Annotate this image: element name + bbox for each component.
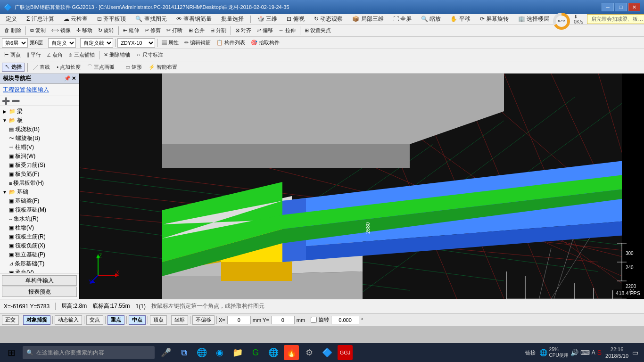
extend-button[interactable]: ⇤ 延伸	[121, 26, 141, 34]
panel-pin-icon[interactable]: 📌	[64, 75, 71, 82]
menu-rebar[interactable]: 👁 查看钢筋量	[173, 14, 215, 24]
menu-top[interactable]: ⊡ 俯视	[283, 14, 308, 24]
tree-item[interactable]: ▣独立基础(P)	[0, 250, 79, 259]
app4-icon[interactable]: ⚙	[302, 345, 317, 360]
menu-floor[interactable]: 🏢 选择楼层	[514, 14, 553, 24]
align-button[interactable]: ⊠ 对齐	[233, 26, 254, 34]
ggj-icon[interactable]: GGJ	[338, 345, 353, 360]
merge-button[interactable]: ⊞ 合并	[186, 26, 207, 34]
dynamic-input-button[interactable]: 动态输入	[55, 315, 82, 325]
type-select[interactable]: 自定义	[48, 38, 76, 48]
browser-icon[interactable]: 🌐	[194, 345, 209, 360]
mirror-button[interactable]: ⟺ 镜像	[49, 26, 73, 34]
app2-icon[interactable]: 🌐	[266, 345, 281, 360]
code-select[interactable]: ZDYX-10	[117, 38, 155, 48]
trim-button[interactable]: ✂ 修剪	[142, 26, 163, 34]
tree-item[interactable]: ⌣集水坑(R)	[0, 214, 79, 223]
menu-3d[interactable]: 🎲 三维	[254, 14, 281, 24]
app5-icon[interactable]: 🔷	[320, 345, 335, 360]
keyboard-icon[interactable]: ⌨	[580, 349, 590, 356]
tree-item[interactable]: ▣板受力筋(S)	[0, 161, 79, 170]
menu-cloud[interactable]: ☁ 云检查	[60, 14, 91, 24]
split-button[interactable]: ⊟ 分割	[208, 26, 229, 34]
microphone-icon[interactable]: 🎤	[158, 345, 173, 360]
edge-icon[interactable]: ◉	[212, 345, 227, 360]
add-icon[interactable]: ➕	[2, 97, 10, 105]
rect-button[interactable]: ▭ 矩形	[123, 63, 144, 71]
app3-icon[interactable]: 🔥	[284, 345, 299, 360]
task-view-icon[interactable]: ⧉	[176, 345, 191, 360]
menu-local3d[interactable]: 📦 局部三维	[348, 14, 387, 24]
menu-fullscreen[interactable]: ⛶ 全屏	[389, 14, 415, 24]
report-preview-button[interactable]: 报表预览	[2, 287, 77, 297]
copy-button[interactable]: ⧉ 复制	[28, 26, 48, 34]
tree-item[interactable]: ≡楼层板带(H)	[0, 179, 79, 188]
menu-pan[interactable]: ✋ 平移	[446, 14, 474, 24]
antivirus-icon[interactable]: S	[597, 349, 602, 356]
viewport[interactable]: 2680 300 240 3400 2200 A1	[79, 74, 644, 299]
minus-icon[interactable]: ➖	[12, 97, 20, 105]
line-button[interactable]: ╱ 直线	[31, 63, 52, 71]
drawing-input-link[interactable]: 绘图输入	[26, 86, 49, 94]
three-point-axis-button[interactable]: ⊕ 三点辅轴	[66, 51, 97, 59]
search-bar[interactable]: 🔍 在这里输入你要搜索的内容	[23, 346, 155, 359]
menu-level[interactable]: ⊟ 齐平板顶	[93, 14, 130, 24]
tree-item[interactable]: ▼📂基础	[0, 188, 79, 197]
tree-item[interactable]: ▣筏板负筋(X)	[0, 241, 79, 250]
component-list-button[interactable]: 📋 构件列表	[214, 39, 248, 47]
network-icon[interactable]: 🌐	[539, 349, 547, 356]
point-angle-button[interactable]: ∠ 点角	[44, 51, 65, 59]
menu-define[interactable]: 定义	[2, 14, 21, 24]
y-input[interactable]	[271, 316, 295, 324]
menu-sum[interactable]: Σ 汇总计算	[23, 14, 58, 24]
tree-item[interactable]: ▤现浇板(B)	[0, 125, 79, 134]
property-button[interactable]: ▤ 属性	[159, 39, 181, 47]
tree-item[interactable]: ▼📂板	[0, 116, 79, 125]
smart-layout-button[interactable]: ⚡ 智能布置	[146, 63, 180, 71]
tree-item[interactable]: ▶📁梁	[0, 107, 79, 116]
speaker-icon[interactable]: 🔊	[570, 349, 578, 356]
tree-item[interactable]: ⊿条形基础(T)	[0, 259, 79, 268]
menu-dynamic[interactable]: ↻ 动态观察	[310, 14, 347, 24]
app1-icon[interactable]: G	[248, 345, 263, 360]
ime-icon[interactable]: A	[592, 349, 595, 356]
edit-rebar-button[interactable]: ✏ 编辑钢筋	[182, 39, 213, 47]
tree-item[interactable]: ▣板洞(W)	[0, 152, 79, 161]
arc-button[interactable]: ⌒ 三点画弧	[85, 63, 117, 71]
menu-zoom[interactable]: 🔍 缩放	[417, 14, 445, 24]
tree-item[interactable]: ▣板负筋(F)	[0, 170, 79, 179]
menu-find[interactable]: 🔍 查找图元	[132, 14, 170, 24]
start-button[interactable]: ⊞	[2, 344, 21, 361]
tree-item[interactable]: ▣柱墩(V)	[0, 223, 79, 232]
object-snap-button[interactable]: 对象捕捉	[23, 315, 50, 325]
delete-axis-button[interactable]: ✕ 删除辅轴	[101, 51, 132, 59]
parallel-button[interactable]: ∥ 平行	[24, 51, 43, 59]
stretch-button[interactable]: ↔ 拉伸	[276, 26, 298, 34]
point-length-button[interactable]: • 点加长度	[54, 63, 83, 71]
rotate-input[interactable]	[331, 316, 359, 324]
rotate-button[interactable]: ↻ 旋转	[96, 26, 116, 34]
floor-select[interactable]: 第6层	[2, 38, 28, 48]
rotate-checkbox[interactable]	[311, 317, 317, 323]
tree-item[interactable]: ▣筏板主筋(R)	[0, 232, 79, 241]
project-settings-link[interactable]: 工程设置	[3, 86, 25, 94]
x-input[interactable]	[227, 316, 251, 324]
tree-item[interactable]: ▣筏板基础(M)	[0, 206, 79, 214]
gripper-button[interactable]: ⊞ 设置夹点	[302, 26, 333, 34]
vertex-button[interactable]: 顶点	[150, 315, 167, 325]
line-select[interactable]: 自定义线	[80, 38, 113, 48]
file-manager-icon[interactable]: 📁	[230, 345, 245, 360]
select-button[interactable]: ↖ 选择	[2, 63, 25, 72]
tree-item[interactable]: 〜螺旋板(B)	[0, 134, 79, 143]
tree-item[interactable]: ▣承台(V)	[0, 268, 79, 273]
two-point-button[interactable]: ⊢ 两点	[2, 51, 23, 59]
coordinate-button[interactable]: 坐标	[171, 315, 188, 325]
break-button[interactable]: ✂ 打断	[164, 26, 185, 34]
offset-button[interactable]: ⇌ 偏移	[255, 26, 275, 34]
ortho-button[interactable]: 正交	[2, 315, 19, 325]
show-desktop-icon[interactable]: ▭	[632, 349, 638, 356]
delete-button[interactable]: 🗑 删除	[2, 26, 24, 34]
no-offset-button[interactable]: 不偏移	[192, 315, 215, 325]
intersection-button[interactable]: 交点	[86, 315, 103, 325]
tree-item[interactable]: ▣基础梁(F)	[0, 197, 79, 206]
